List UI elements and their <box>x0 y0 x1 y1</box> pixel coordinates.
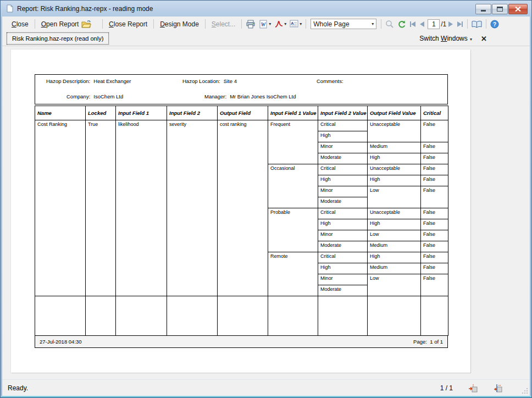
close-button[interactable]: Close <box>8 19 32 30</box>
minimize-button[interactable] <box>475 4 491 14</box>
fit-to-page-button[interactable] <box>468 384 478 393</box>
company-field: Company:IsoChem Ltd <box>66 93 123 100</box>
cell-locked: True <box>86 120 116 296</box>
design-mode-button[interactable]: Design Mode <box>156 19 203 30</box>
print-preview-button[interactable] <box>384 19 396 30</box>
separator <box>35 19 35 29</box>
cell-if2-value: Critical <box>318 120 368 131</box>
report-header: Hazop Description:Heat Exchanger Hazop L… <box>35 74 448 104</box>
tab-risk-ranking[interactable]: Risk Ranking.haz-repx (read only) <box>7 32 109 45</box>
page-number-input[interactable]: 1 <box>428 19 440 29</box>
previous-page-button[interactable] <box>418 20 426 28</box>
cell-if2-value: Minor <box>318 274 368 285</box>
text-export-icon: A <box>290 20 298 28</box>
refresh-button[interactable] <box>396 19 408 30</box>
resize-grip[interactable] <box>522 388 529 395</box>
cell-input-field-2: severity <box>167 120 218 296</box>
statusbar: Ready. 1 / 1 <box>2 379 530 396</box>
empty-row <box>35 296 448 336</box>
cell-critical: False <box>421 241 448 252</box>
cell-block-value: Occasional <box>268 164 318 208</box>
separator <box>381 19 381 29</box>
fit-to-window-button[interactable] <box>493 384 502 393</box>
help-button[interactable]: ? <box>489 19 501 30</box>
svg-text:A: A <box>291 21 294 26</box>
chevron-down-icon: ▾ <box>470 37 472 42</box>
hazop-location-field: Hazop Location:Site 4 <box>182 78 237 84</box>
book-icon <box>472 20 482 28</box>
page-total-label: /1 <box>441 20 446 28</box>
export-pdf-button[interactable]: ▾ <box>273 19 288 29</box>
chevron-down-icon: ▾ <box>372 21 374 26</box>
report-datetime: 27-Jul-2018 04:30 <box>40 339 82 345</box>
separator <box>486 19 486 29</box>
window-bottom-border <box>1 396 531 397</box>
zoom-level-select[interactable]: Whole Page ▾ <box>311 19 376 29</box>
separator <box>205 19 206 29</box>
cell-output-value: Unacceptable <box>368 208 421 219</box>
cell-critical: False <box>421 186 448 208</box>
cell-critical: False <box>421 274 448 296</box>
cell-critical: False <box>421 153 448 164</box>
column-header-input-field-2-value: Input Field 2 Value <box>318 106 368 120</box>
cell-critical: False <box>421 142 448 153</box>
export-word-button[interactable]: W ▾ <box>257 19 273 30</box>
table-row: Cost Ranking True likelihood severity co… <box>35 120 448 131</box>
cell-output-value: Medium <box>368 142 421 153</box>
separator <box>467 19 468 29</box>
hazop-description-field: Hazop Description:Heat Exchanger <box>46 78 131 84</box>
column-header-input-field-1-value: Input Field 1 Value <box>268 106 318 120</box>
chevron-down-icon: ▾ <box>269 21 271 26</box>
column-header-name: Name <box>35 106 86 120</box>
column-header-locked: Locked <box>86 106 116 120</box>
next-page-button[interactable] <box>446 20 455 28</box>
cell-output-value: High <box>368 219 421 230</box>
cell-critical: False <box>421 120 448 142</box>
cell-output-value: Unacceptable <box>368 164 421 175</box>
chevron-down-icon: ▾ <box>300 21 302 26</box>
facing-pages-button[interactable] <box>470 19 484 29</box>
separator <box>153 19 154 29</box>
page-indicator: 1 / 1 <box>440 384 453 392</box>
cell-if2-value: Critical <box>318 208 368 219</box>
column-header-output-field: Output Field <box>218 106 268 120</box>
magnifier-icon <box>385 20 394 29</box>
manager-field: Manager:Mr Brian Jones IsoChem Ltd <box>204 93 296 100</box>
last-page-button[interactable] <box>455 20 465 28</box>
export-text-button[interactable]: A ▾ <box>288 19 303 29</box>
cell-if2-value: Minor <box>318 142 368 153</box>
first-page-button[interactable] <box>408 20 418 28</box>
column-header-critical: Critical <box>421 106 448 120</box>
report-viewer: Hazop Description:Heat Exchanger Hazop L… <box>2 46 530 379</box>
select-button[interactable]: Select... <box>208 19 239 30</box>
close-tab-button[interactable]: ✕ <box>481 35 487 43</box>
header-row: Name Locked Input Field 1 Input Field 2 … <box>35 106 448 120</box>
close-window-button[interactable] <box>508 4 528 14</box>
print-button[interactable] <box>244 19 257 30</box>
cell-output-value: Medium <box>368 263 421 274</box>
report-page-number: Page: 1 of 1 <box>413 339 443 345</box>
close-report-button[interactable]: Close Report <box>105 19 151 30</box>
cell-output-value: Low <box>368 186 421 208</box>
cell-if2-value: Minor <box>318 230 368 241</box>
report-table: Name Locked Input Field 1 Input Field 2 … <box>35 106 448 336</box>
svg-text:W: W <box>261 21 267 27</box>
cell-output-value: High <box>368 175 421 186</box>
column-header-input-field-2: Input Field 2 <box>167 106 218 120</box>
switch-windows-button[interactable]: Switch Windows ▾ <box>419 35 472 42</box>
comments-field: Comments: <box>317 78 343 84</box>
printer-icon <box>246 20 256 29</box>
maximize-button[interactable] <box>492 4 508 14</box>
cell-critical: False <box>421 208 448 219</box>
report-page: Hazop Description:Heat Exchanger Hazop L… <box>11 49 470 373</box>
help-icon: ? <box>490 20 499 29</box>
word-export-icon: W <box>259 20 268 29</box>
toolbar: Close Open Report Close Report Design Mo… <box>2 16 530 31</box>
cell-critical: False <box>421 263 448 274</box>
tabstrip: Risk Ranking.haz-repx (read only) Switch… <box>2 31 530 46</box>
cell-if2-value: High <box>318 263 368 274</box>
cell-output-value: High <box>368 153 421 164</box>
cell-if2-value: Moderate <box>318 285 368 296</box>
cell-critical: False <box>421 175 448 186</box>
cell-critical: False <box>421 252 448 263</box>
